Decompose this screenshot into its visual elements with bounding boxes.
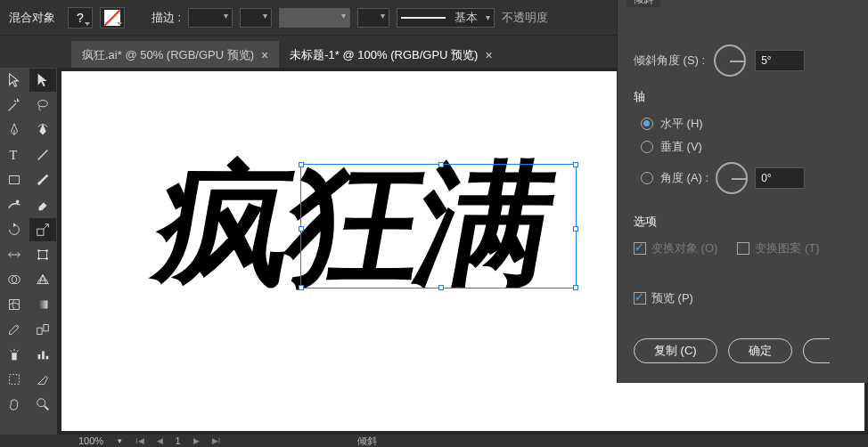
- eraser-tool[interactable]: [29, 193, 56, 216]
- chevron-down-icon[interactable]: ▼: [116, 437, 123, 445]
- next-page-icon[interactable]: ▶: [193, 436, 200, 445]
- symbol-sprayer-tool[interactable]: [1, 343, 28, 366]
- tab-label: 疯狂.ai* @ 50% (RGB/GPU 预览): [82, 47, 254, 63]
- eyedropper-tool[interactable]: [1, 318, 28, 341]
- width-tool[interactable]: [1, 243, 28, 266]
- stroke-profile-dropdown[interactable]: [240, 8, 272, 28]
- svg-point-0: [38, 101, 48, 107]
- tools-panel: T: [0, 68, 58, 435]
- axis-horizontal-radio[interactable]: 水平 (H): [634, 112, 852, 135]
- svg-rect-17: [12, 353, 16, 360]
- column-graph-tool[interactable]: [29, 343, 56, 366]
- svg-rect-5: [37, 229, 44, 235]
- radio-icon: [641, 118, 653, 130]
- svg-point-9: [37, 257, 40, 260]
- svg-point-7: [37, 249, 40, 252]
- preview-checkbox[interactable]: [634, 292, 646, 305]
- ok-button[interactable]: 确定: [728, 338, 792, 363]
- stroke-swatch-dropdown[interactable]: [100, 7, 125, 28]
- document-tab-2[interactable]: 未标题-1* @ 100% (RGB/GPU 预览) ×: [279, 41, 503, 68]
- svg-point-10: [45, 257, 48, 260]
- free-transform-tool[interactable]: [29, 243, 56, 266]
- axis-angle-input[interactable]: [755, 167, 805, 189]
- magic-wand-tool[interactable]: [1, 93, 28, 117]
- radio-label: 垂直 (V): [660, 139, 702, 155]
- zoom-tool[interactable]: [29, 393, 56, 416]
- line-tool[interactable]: [29, 143, 56, 167]
- radio-label: 角度 (A) :: [660, 170, 708, 186]
- hand-tool[interactable]: [1, 393, 28, 416]
- checkbox-label: 预览 (P): [651, 290, 693, 306]
- artboard-tool[interactable]: [1, 368, 28, 391]
- cancel-button-partial[interactable]: [803, 338, 830, 363]
- rectangle-tool[interactable]: [1, 168, 28, 191]
- transform-objects-checkbox[interactable]: [634, 242, 646, 255]
- svg-point-4: [16, 200, 20, 204]
- paintbrush-tool[interactable]: [29, 168, 56, 191]
- shear-angle-input[interactable]: [755, 50, 805, 71]
- status-bar: 100% ▼ I◀ ◀ 1 ▶ ▶I 倾斜: [0, 435, 868, 447]
- shear-dialog: 倾斜 倾斜角度 (S) : 轴 水平 (H) 垂直 (V) 角度 (A) : 选…: [617, 0, 868, 383]
- svg-rect-13: [10, 300, 20, 310]
- slice-tool[interactable]: [29, 368, 56, 391]
- question-icon: ?: [77, 11, 84, 25]
- mesh-tool[interactable]: [1, 293, 28, 316]
- scale-tool[interactable]: [29, 218, 56, 241]
- shape-builder-tool[interactable]: [1, 268, 28, 291]
- axis-angle-radio[interactable]: 角度 (A) :: [634, 158, 852, 198]
- chevron-down-icon: ▾: [486, 12, 490, 22]
- brush-dropdown[interactable]: [357, 8, 389, 28]
- gradient-tool[interactable]: [29, 293, 56, 316]
- angle-dial[interactable]: [714, 45, 746, 77]
- dialog-title: 倾斜: [626, 0, 660, 7]
- perspective-grid-tool[interactable]: [29, 268, 56, 291]
- tab-label: 未标题-1* @ 100% (RGB/GPU 预览): [290, 47, 478, 63]
- shaper-tool[interactable]: [1, 193, 28, 216]
- transform-patterns-checkbox[interactable]: [737, 242, 749, 255]
- options-section-title: 选项: [634, 214, 852, 230]
- line-preview-icon: [401, 17, 446, 19]
- close-icon[interactable]: ×: [261, 48, 268, 62]
- svg-rect-15: [37, 328, 42, 334]
- axis-angle-dial[interactable]: [716, 162, 748, 194]
- axis-vertical-radio[interactable]: 垂直 (V): [634, 135, 852, 158]
- page-number[interactable]: 1: [176, 435, 181, 446]
- fill-swatch-dropdown[interactable]: ?: [68, 7, 93, 28]
- style-basic-label: 基本: [454, 10, 478, 26]
- first-page-icon[interactable]: I◀: [135, 436, 144, 445]
- selection-tool[interactable]: [1, 69, 28, 92]
- copy-button[interactable]: 复制 (C): [634, 338, 717, 363]
- zoom-level[interactable]: 100%: [78, 435, 103, 446]
- last-page-icon[interactable]: ▶I: [212, 436, 221, 445]
- lasso-tool[interactable]: [29, 93, 56, 117]
- rotate-tool[interactable]: [1, 218, 28, 241]
- stroke-label: 描边 :: [151, 10, 181, 26]
- blend-tool[interactable]: [29, 318, 56, 341]
- shear-angle-label: 倾斜角度 (S) :: [634, 53, 705, 69]
- status-mode: 倾斜: [357, 435, 377, 448]
- svg-rect-14: [38, 301, 48, 309]
- document-tab-1[interactable]: 疯狂.ai* @ 50% (RGB/GPU 预览) ×: [71, 41, 279, 68]
- radio-label: 水平 (H): [660, 116, 703, 132]
- stroke-weight-dropdown[interactable]: [188, 8, 233, 28]
- radio-icon: [641, 172, 653, 184]
- style-dropdown[interactable]: 基本 ▾: [397, 8, 495, 28]
- curvature-tool[interactable]: [29, 118, 56, 142]
- svg-line-23: [45, 406, 49, 410]
- prev-page-icon[interactable]: ◀: [157, 436, 163, 445]
- checkbox-label: 变换图案 (T): [755, 240, 819, 256]
- svg-rect-18: [38, 354, 41, 359]
- radio-icon: [641, 141, 653, 153]
- svg-rect-3: [10, 176, 20, 184]
- pen-tool[interactable]: [1, 118, 28, 142]
- checkbox-label: 变换对象 (O): [651, 240, 717, 256]
- axis-section-title: 轴: [634, 89, 852, 105]
- type-tool[interactable]: T: [1, 143, 28, 167]
- no-fill-icon: [104, 10, 120, 26]
- selection-bounds: [300, 164, 577, 289]
- color-dropdown[interactable]: [279, 8, 350, 28]
- close-icon[interactable]: ×: [485, 48, 492, 62]
- svg-rect-20: [46, 356, 49, 360]
- direct-selection-tool[interactable]: [29, 69, 56, 92]
- svg-rect-19: [42, 351, 45, 359]
